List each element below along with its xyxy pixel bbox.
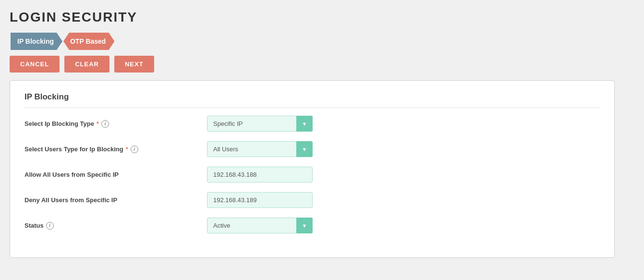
deny-ip-input-wrapper: [207, 192, 313, 208]
breadcrumb: IP Blocking OTP Based: [10, 33, 634, 50]
deny-ip-input[interactable]: [207, 192, 313, 208]
required-star-2: *: [126, 146, 128, 153]
status-row: Status i Active Inactive: [24, 218, 600, 233]
users-type-label: Select Users Type for Ip Blocking * i: [24, 146, 207, 153]
users-type-row: Select Users Type for Ip Blocking * i Al…: [24, 141, 600, 157]
allow-ip-input[interactable]: [207, 167, 313, 183]
users-type-select-wrapper: All Users Specific Users: [207, 141, 313, 157]
blocking-type-row: Select Ip Blocking Type * i Specific IP …: [24, 116, 600, 132]
breadcrumb-otp-based[interactable]: OTP Based: [63, 33, 114, 50]
action-buttons: CANCEL CLEAR NEXT: [10, 56, 634, 73]
deny-ip-label: Deny All Users from Specific IP: [24, 196, 207, 204]
allow-ip-label: Allow All Users from Specific IP: [24, 171, 207, 178]
breadcrumb-ip-blocking-label: IP Blocking: [17, 37, 54, 45]
ip-blocking-card: IP Blocking Select Ip Blocking Type * i …: [10, 80, 615, 258]
status-info-icon[interactable]: i: [46, 222, 54, 230]
blocking-type-info-icon[interactable]: i: [101, 120, 109, 128]
card-title: IP Blocking: [24, 92, 600, 108]
status-select-container: Active Inactive: [207, 218, 313, 233]
next-button[interactable]: NEXT: [114, 56, 154, 73]
blocking-type-select-container: Specific IP IP Range All IPs: [207, 116, 313, 132]
allow-ip-row: Allow All Users from Specific IP: [24, 167, 600, 183]
cancel-button[interactable]: CANCEL: [10, 56, 60, 73]
blocking-type-label: Select Ip Blocking Type * i: [24, 120, 207, 128]
status-select-wrapper: Active Inactive: [207, 218, 313, 233]
status-label: Status i: [24, 222, 207, 230]
allow-ip-input-wrapper: [207, 167, 313, 183]
blocking-type-select-wrapper: Specific IP IP Range All IPs: [207, 116, 313, 132]
users-type-select[interactable]: All Users Specific Users: [207, 141, 313, 157]
required-star: *: [97, 120, 99, 127]
users-type-select-container: All Users Specific Users: [207, 141, 313, 157]
breadcrumb-ip-blocking[interactable]: IP Blocking: [11, 33, 62, 50]
status-select[interactable]: Active Inactive: [207, 218, 313, 233]
blocking-type-select[interactable]: Specific IP IP Range All IPs: [207, 116, 313, 132]
page-title: LOGIN SECURITY: [10, 10, 634, 25]
deny-ip-row: Deny All Users from Specific IP: [24, 192, 600, 208]
users-type-info-icon[interactable]: i: [131, 146, 138, 153]
breadcrumb-otp-based-label: OTP Based: [70, 37, 106, 45]
clear-button[interactable]: CLEAR: [64, 56, 109, 73]
